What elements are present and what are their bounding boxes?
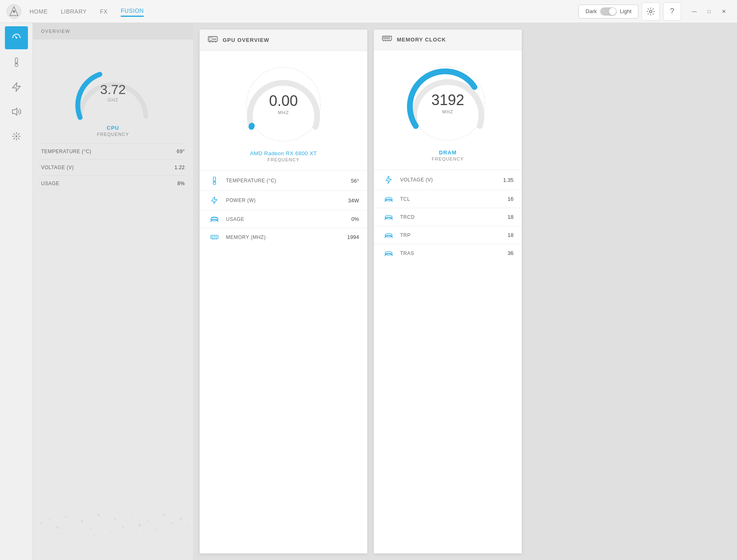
nav-fx[interactable]: FX	[100, 7, 108, 16]
memory-header-icon	[382, 35, 392, 44]
svg-point-9	[15, 135, 17, 137]
cpu-voltage-row: VOLTAGE (V) 1.22	[41, 159, 185, 175]
gpu-power-label: POWER (W)	[226, 197, 348, 203]
cpu-usage-value: 8%	[177, 181, 185, 186]
cpu-voltage-label: VOLTAGE (V)	[41, 165, 74, 170]
settings-button[interactable]	[642, 2, 660, 21]
svg-point-35	[180, 518, 182, 520]
gpu-card-header: GPU OVERVIEW	[200, 30, 367, 51]
cpu-gauge-value-container: 3.72 GHZ	[100, 82, 126, 102]
svg-point-41	[111, 532, 112, 533]
minimize-button[interactable]: —	[688, 6, 701, 17]
trp-icon	[382, 232, 395, 238]
svg-point-45	[176, 532, 177, 532]
cpu-panel: OVERVIEW 3.72 GHZ	[33, 23, 193, 560]
svg-rect-47	[209, 38, 212, 41]
svg-line-16	[18, 133, 19, 135]
sidebar	[0, 23, 33, 560]
svg-rect-69	[387, 37, 388, 39]
memory-gauge-value: 3192 MHZ	[431, 93, 464, 114]
memory-icon	[208, 234, 221, 240]
mem-tras-row: tRAS 36	[374, 244, 522, 262]
sidebar-item-power[interactable]	[5, 76, 28, 99]
gpu-usage-value: 0%	[351, 216, 359, 222]
svg-point-2	[13, 10, 15, 13]
gpu-gauge-unit: MHZ	[269, 110, 298, 115]
gpu-gauge-label: AMD Radeon RX 6800 XT FREQUENCY	[250, 150, 317, 162]
close-button[interactable]: ✕	[717, 6, 730, 17]
maximize-button[interactable]: □	[702, 6, 716, 17]
gpu-device-name: AMD Radeon RX 6800 XT	[250, 150, 317, 156]
svg-point-42	[127, 534, 128, 535]
help-icon: ?	[670, 7, 674, 16]
svg-point-37	[45, 531, 46, 532]
memory-gauge-number: 3192	[431, 93, 464, 108]
svg-line-14	[14, 133, 15, 135]
nav-library[interactable]: LIBRARY	[61, 7, 87, 16]
cpu-stats: TEMPERATURE (°C) 69° VOLTAGE (V) 1.22 US…	[33, 143, 193, 191]
memory-card-header: MEMORY CLOCK	[374, 30, 522, 50]
mem-trcd-row: tRCD 18	[374, 208, 522, 226]
gpu-temp-label: TEMPERATURE (°C)	[226, 178, 351, 184]
gpu-temp-row: TEMPERATURE (°C) 56°	[200, 170, 367, 190]
svg-rect-62	[216, 236, 217, 237]
svg-point-21	[65, 516, 67, 518]
svg-point-30	[138, 524, 141, 526]
svg-point-25	[97, 514, 100, 516]
svg-point-28	[122, 526, 124, 528]
nav-fusion[interactable]: FUSION	[121, 6, 144, 17]
mem-trcd-label: tRCD	[400, 214, 508, 220]
memory-card: MEMORY CLOCK 3192	[374, 30, 522, 553]
svg-line-17	[14, 138, 15, 139]
nav-bar: HOME LIBRARY FX FUSION	[30, 6, 144, 17]
mem-tras-label: tRAS	[400, 250, 508, 256]
svg-point-32	[156, 529, 157, 530]
svg-point-33	[164, 514, 166, 516]
sidebar-item-temperature[interactable]	[5, 51, 28, 74]
titlebar: HOME LIBRARY FX FUSION Dark Light ? — □ …	[0, 0, 737, 23]
particles-decoration	[33, 498, 193, 539]
voltage-icon	[382, 176, 395, 184]
toggle-thumb	[609, 8, 616, 15]
gpu-usage-row: USAGE 0%	[200, 210, 367, 228]
help-button[interactable]: ?	[663, 2, 681, 21]
cpu-gauge-wrapper: 3.72 GHZ	[72, 56, 154, 122]
gpu-freq-label: FREQUENCY	[250, 157, 317, 162]
cpu-usage-row: USAGE 8%	[41, 175, 185, 191]
cpu-usage-label: USAGE	[41, 181, 60, 186]
gpu-gauge-wrapper: 0.00 MHZ	[242, 63, 325, 145]
svg-point-4	[16, 37, 17, 39]
full-content: OVERVIEW 3.72 GHZ	[33, 23, 737, 560]
sidebar-item-effects[interactable]	[5, 125, 28, 148]
gpu-memory-row: MEMORY (MHz) 1994	[200, 228, 367, 246]
mem-trcd-value: 18	[508, 214, 514, 220]
cpu-voltage-value: 1.22	[175, 165, 185, 170]
app-logo	[7, 4, 21, 19]
svg-rect-68	[385, 37, 387, 39]
cpu-tab-label: OVERVIEW	[33, 23, 193, 39]
cpu-temp-row: TEMPERATURE (°C) 69°	[41, 143, 185, 159]
light-label: Light	[620, 8, 631, 14]
dark-label: Dark	[585, 8, 597, 14]
gpu-usage-label: USAGE	[226, 216, 351, 222]
cpu-label-sub: FREQUENCY	[97, 132, 129, 137]
cpu-gauge-number: 3.72	[100, 82, 126, 97]
mem-voltage-label: VOLTAGE (V)	[400, 177, 503, 183]
svg-rect-61	[214, 236, 215, 237]
main-layout: OVERVIEW 3.72 GHZ	[0, 23, 737, 560]
mem-trp-value: 18	[508, 232, 514, 238]
toggle-track[interactable]	[600, 7, 617, 16]
nav-home[interactable]: HOME	[30, 7, 48, 16]
mem-trp-label: tRP	[400, 232, 508, 238]
svg-point-20	[56, 526, 59, 528]
sidebar-item-performance[interactable]	[5, 26, 28, 49]
mem-tcl-label: tCL	[400, 196, 508, 202]
theme-toggle[interactable]: Dark Light	[578, 5, 638, 18]
sidebar-item-audio[interactable]	[5, 100, 28, 123]
gpu-card-title: GPU OVERVIEW	[223, 37, 269, 43]
tras-icon	[382, 250, 395, 256]
svg-point-24	[90, 528, 91, 530]
titlebar-right: Dark Light ? — □ ✕	[578, 2, 730, 21]
mem-tras-value: 36	[508, 250, 514, 256]
mem-tcl-row: tCL 16	[374, 190, 522, 208]
